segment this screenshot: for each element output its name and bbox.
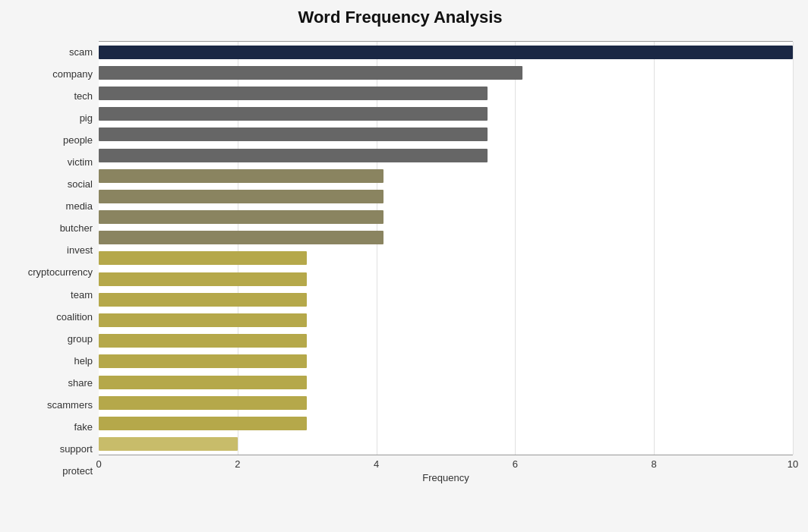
- y-label: media: [66, 201, 93, 211]
- x-ticks: 0246810: [99, 455, 793, 471]
- bar: [99, 251, 307, 265]
- chart-title: Word Frequency Analysis: [8, 8, 793, 27]
- bar-row: [99, 229, 793, 246]
- bar: [99, 396, 307, 410]
- bar: [99, 107, 488, 121]
- grid-line: [238, 42, 238, 455]
- y-label: pig: [80, 113, 93, 123]
- bar-row: [99, 85, 793, 102]
- bar: [99, 437, 238, 451]
- y-label: butcher: [60, 223, 93, 233]
- bar-row: [99, 65, 793, 81]
- bar-row: [99, 332, 793, 349]
- bar-row: [99, 374, 793, 391]
- y-label: people: [63, 135, 93, 145]
- x-tick-label: 2: [235, 458, 240, 470]
- y-label: company: [52, 69, 93, 79]
- bar-row: [99, 312, 793, 329]
- y-label: help: [74, 356, 93, 366]
- y-label: invest: [67, 245, 93, 255]
- bar-row: [99, 291, 793, 308]
- bar: [99, 190, 383, 203]
- grid-line: [377, 42, 377, 455]
- bar-row: [99, 44, 793, 61]
- bars-area: [99, 41, 793, 455]
- bar: [99, 354, 307, 368]
- x-tick-label: 0: [96, 458, 101, 470]
- grid-lines: [99, 42, 793, 455]
- y-label: social: [68, 179, 93, 189]
- y-label: group: [68, 334, 93, 344]
- bar-row: [99, 188, 793, 205]
- bar-row: [99, 436, 793, 452]
- y-label: victim: [68, 157, 93, 167]
- bar: [99, 293, 307, 307]
- bar: [99, 127, 488, 141]
- x-axis-area: 0246810 Frequency: [99, 455, 793, 482]
- bar-row: [99, 168, 793, 184]
- x-tick-label: 10: [787, 458, 798, 470]
- bar: [99, 149, 488, 162]
- bars-and-x-axis: 0246810 Frequency: [99, 41, 793, 482]
- x-tick-label: 6: [513, 458, 518, 470]
- y-label: share: [68, 378, 93, 388]
- bar-row: [99, 147, 793, 164]
- bar-row: [99, 395, 793, 411]
- y-axis-labels: scamcompanytechpigpeoplevictimsocialmedi…: [8, 41, 99, 482]
- bar-row: [99, 126, 793, 143]
- y-label: fake: [74, 422, 93, 432]
- bar: [99, 417, 307, 430]
- y-label: tech: [74, 91, 93, 101]
- y-label: coalition: [56, 312, 93, 322]
- bar-row: [99, 415, 793, 432]
- bar: [99, 87, 488, 100]
- bar: [99, 169, 383, 183]
- bar: [99, 46, 793, 59]
- bar: [99, 210, 383, 224]
- bar-row: [99, 105, 793, 122]
- grid-line: [793, 42, 794, 455]
- y-label: team: [71, 290, 93, 300]
- y-label: protect: [62, 466, 93, 476]
- bar: [99, 272, 307, 286]
- bar-row: [99, 271, 793, 288]
- bar: [99, 334, 307, 348]
- bar: [99, 66, 522, 80]
- x-axis-label: Frequency: [99, 472, 793, 483]
- x-tick-label: 4: [374, 458, 379, 470]
- y-label: scam: [69, 47, 93, 57]
- grid-line: [654, 42, 655, 455]
- y-label: support: [60, 444, 93, 454]
- grid-line: [515, 42, 516, 455]
- x-tick-label: 8: [652, 458, 657, 470]
- y-label: cryptocurrency: [28, 267, 93, 277]
- chart-area: scamcompanytechpigpeoplevictimsocialmedi…: [8, 41, 793, 482]
- bar: [99, 313, 307, 327]
- bar-row: [99, 209, 793, 225]
- bar: [99, 376, 307, 389]
- bar-row: [99, 353, 793, 370]
- chart-container: Word Frequency Analysis scamcompanytechp…: [0, 0, 808, 532]
- y-label: scammers: [47, 400, 93, 410]
- bar: [99, 231, 383, 244]
- bar-row: [99, 250, 793, 266]
